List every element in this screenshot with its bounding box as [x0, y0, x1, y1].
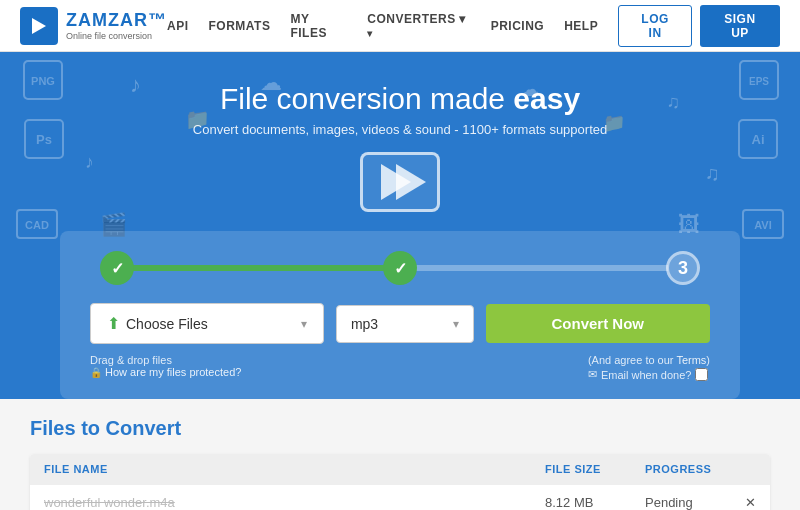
music-note2-icon: ♫	[667, 92, 681, 113]
email-label: Email when done?	[601, 369, 692, 381]
convert-button[interactable]: Convert Now	[486, 304, 711, 343]
upload-icon: ⬆	[107, 314, 120, 333]
svg-text:Ai: Ai	[752, 132, 765, 147]
left-hints: Drag & drop files 🔒 How are my files pro…	[90, 354, 241, 381]
cad-sketch-icon: CAD	[14, 207, 60, 245]
svg-rect-11	[743, 210, 783, 238]
controls-row: ⬆ Choose Files ▾ mp3 ▾ Convert Now	[90, 303, 710, 344]
choose-dropdown-arrow: ▾	[301, 317, 307, 331]
below-controls: Drag & drop files 🔒 How are my files pro…	[90, 354, 710, 381]
avi-sketch-icon: AVI	[740, 207, 786, 245]
music-note4-icon: ♫	[705, 162, 720, 185]
terms-hint: (And agree to our Terms)	[588, 354, 710, 366]
hero-subtitle: Convert documents, images, videos & soun…	[193, 122, 607, 137]
protection-link[interactable]: How are my files protected?	[105, 366, 241, 378]
signup-button[interactable]: SIGN UP	[700, 5, 780, 47]
format-selector[interactable]: mp3 ▾	[336, 305, 474, 343]
terms-link[interactable]: Terms	[676, 354, 706, 366]
nav-converters[interactable]: CONVERTERS ▾	[367, 12, 470, 40]
col-filesize: FILE SIZE	[531, 454, 631, 485]
table-header-row: FILE NAME FILE SIZE PROGRESS	[30, 454, 770, 485]
svg-text:AVI: AVI	[754, 219, 772, 231]
progress-line-1	[132, 265, 385, 271]
ai-sketch-icon: Ai	[736, 117, 780, 165]
files-section: Files to Convert FILE NAME FILE SIZE PRO…	[0, 399, 800, 510]
hero-title: File conversion made easy	[220, 82, 580, 116]
svg-text:PNG: PNG	[31, 75, 55, 87]
svg-rect-9	[17, 210, 57, 238]
email-checkbox[interactable]	[695, 368, 708, 381]
choose-files-label: Choose Files	[126, 316, 208, 332]
protection-hint: 🔒 How are my files protected?	[90, 366, 241, 378]
play-triangle-2	[396, 164, 426, 200]
drag-drop-hint: Drag & drop files	[90, 354, 241, 366]
step-1-circle: ✓	[100, 251, 134, 285]
table-row: wonderful wonder.m4a 8.12 MB Pending ✕	[30, 485, 770, 511]
progress-line-2	[415, 265, 668, 271]
nav-pricing[interactable]: PRICING	[491, 19, 545, 33]
nav-myfiles[interactable]: MY FILES	[290, 12, 347, 40]
step-1-check: ✓	[111, 259, 124, 278]
step-3-circle: 3	[666, 251, 700, 285]
logo-sub-text: Online file conversion	[66, 31, 167, 41]
format-dropdown-arrow: ▾	[453, 317, 459, 331]
eps-sketch-icon: EPS	[736, 57, 782, 107]
lock-icon: 🔒	[90, 367, 102, 378]
email-check-row: ✉ Email when done?	[588, 368, 710, 381]
col-action	[731, 454, 770, 485]
file-progress-cell: Pending	[631, 485, 731, 511]
login-button[interactable]: LOG IN	[618, 5, 692, 47]
files-table: FILE NAME FILE SIZE PROGRESS wonderful w…	[30, 454, 770, 510]
file-size-cell: 8.12 MB	[531, 485, 631, 511]
col-filename: FILE NAME	[30, 454, 531, 485]
svg-rect-1	[24, 61, 62, 99]
svg-text:CAD: CAD	[25, 219, 49, 231]
files-title: Files to Convert	[30, 417, 770, 440]
navbar: ZAMZAR™ Online file conversion API FORMA…	[0, 0, 800, 52]
png-sketch-icon: PNG	[20, 57, 66, 107]
svg-marker-0	[32, 18, 46, 34]
ps-sketch-icon: Ps	[22, 117, 66, 165]
nav-formats[interactable]: FORMATS	[209, 19, 271, 33]
format-label: mp3	[351, 316, 378, 332]
music-note3-icon: ♪	[85, 152, 94, 173]
step-2-check: ✓	[394, 259, 407, 278]
svg-text:Ps: Ps	[36, 132, 52, 147]
logo: ZAMZAR™ Online file conversion	[20, 7, 167, 45]
svg-rect-5	[25, 120, 63, 158]
logo-main-text: ZAMZAR™	[66, 10, 167, 31]
right-hints: (And agree to our Terms) ✉ Email when do…	[588, 354, 710, 381]
step-2-circle: ✓	[383, 251, 417, 285]
music-note-icon: ♪	[130, 72, 141, 98]
remove-file-button[interactable]: ✕	[731, 485, 770, 511]
progress-track: ✓ ✓ 3	[90, 251, 710, 285]
logo-icon	[20, 7, 58, 45]
converter-box: ✓ ✓ 3 ⬆ Choose Files ▾ mp3 ▾	[60, 231, 740, 399]
svg-text:EPS: EPS	[749, 76, 769, 87]
logo-text: ZAMZAR™ Online file conversion	[66, 10, 167, 41]
step-3-label: 3	[678, 258, 688, 279]
hero-section: PNG EPS Ps Ai CA	[0, 52, 800, 399]
play-icon	[355, 147, 445, 217]
nav-help[interactable]: HELP	[564, 19, 598, 33]
file-name-cell: wonderful wonder.m4a	[30, 485, 531, 511]
svg-rect-3	[740, 61, 778, 99]
svg-rect-7	[739, 120, 777, 158]
email-icon: ✉	[588, 368, 597, 381]
col-progress: PROGRESS	[631, 454, 731, 485]
nav-api[interactable]: API	[167, 19, 189, 33]
choose-files-button[interactable]: ⬆ Choose Files ▾	[90, 303, 324, 344]
nav-links: API FORMATS MY FILES CONVERTERS ▾ PRICIN…	[167, 12, 598, 40]
